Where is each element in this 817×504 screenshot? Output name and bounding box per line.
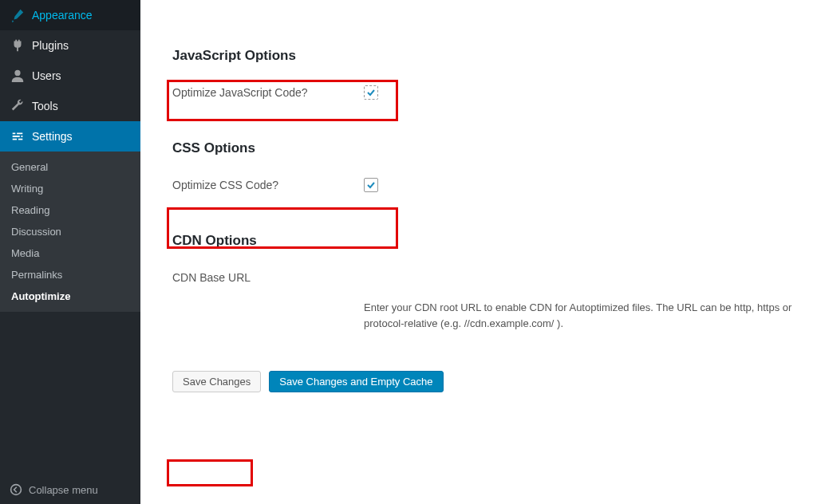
sidebar-item-label: Appearance — [32, 9, 93, 22]
settings-content: JavaScript Options Optimize JavaScript C… — [140, 0, 817, 504]
brush-icon — [10, 7, 26, 23]
admin-sidebar: Appearance Plugins Users Tools Settings … — [0, 0, 140, 504]
plug-icon — [10, 37, 26, 53]
cdn-base-url-label: CDN Base URL — [172, 271, 364, 284]
wrench-icon — [10, 98, 26, 114]
sidebar-item-tools[interactable]: Tools — [0, 91, 140, 121]
sidebar-item-label: Settings — [32, 130, 73, 143]
submenu-item-discussion[interactable]: Discussion — [0, 221, 140, 242]
optimize-js-row: Optimize JavaScript Code? — [172, 77, 793, 108]
sidebar-item-settings[interactable]: Settings — [0, 121, 140, 152]
settings-submenu: General Writing Reading Discussion Media… — [0, 152, 140, 312]
optimize-css-row: Optimize CSS Code? — [172, 169, 793, 201]
optimize-js-label: Optimize JavaScript Code? — [172, 86, 364, 99]
submenu-item-permalinks[interactable]: Permalinks — [0, 264, 140, 285]
button-row: Save Changes Save Changes and Empty Cach… — [172, 371, 793, 392]
cdn-base-url-row: CDN Base URL — [172, 262, 793, 293]
collapse-icon — [10, 483, 22, 496]
svg-point-1 — [11, 485, 22, 495]
optimize-css-label: Optimize CSS Code? — [172, 179, 364, 191]
collapse-label: Collapse menu — [29, 484, 98, 496]
cdn-options-heading: CDN Options — [172, 233, 793, 249]
sidebar-item-appearance[interactable]: Appearance — [0, 0, 140, 30]
user-icon — [10, 68, 26, 84]
submenu-item-writing[interactable]: Writing — [0, 178, 140, 199]
collapse-menu[interactable]: Collapse menu — [0, 475, 140, 504]
submenu-item-general[interactable]: General — [0, 156, 140, 178]
save-empty-cache-button[interactable]: Save Changes and Empty Cache — [269, 371, 443, 392]
submenu-item-autoptimize[interactable]: Autoptimize — [0, 285, 140, 307]
optimize-css-checkbox[interactable] — [364, 178, 378, 192]
submenu-item-reading[interactable]: Reading — [0, 199, 140, 221]
cdn-help-text: Enter your CDN root URL to enable CDN fo… — [364, 300, 793, 331]
sliders-icon — [10, 128, 26, 144]
sidebar-item-label: Plugins — [32, 39, 69, 52]
sidebar-item-plugins[interactable]: Plugins — [0, 30, 140, 61]
optimize-js-checkbox[interactable] — [364, 85, 378, 100]
svg-point-0 — [14, 70, 20, 76]
annotation-highlight — [167, 459, 253, 486]
js-options-heading: JavaScript Options — [172, 48, 793, 64]
sidebar-item-users[interactable]: Users — [0, 61, 140, 91]
save-changes-button[interactable]: Save Changes — [172, 371, 261, 392]
css-options-heading: CSS Options — [172, 140, 793, 156]
sidebar-item-label: Tools — [32, 100, 58, 112]
submenu-item-media[interactable]: Media — [0, 242, 140, 264]
sidebar-item-label: Users — [32, 69, 61, 82]
